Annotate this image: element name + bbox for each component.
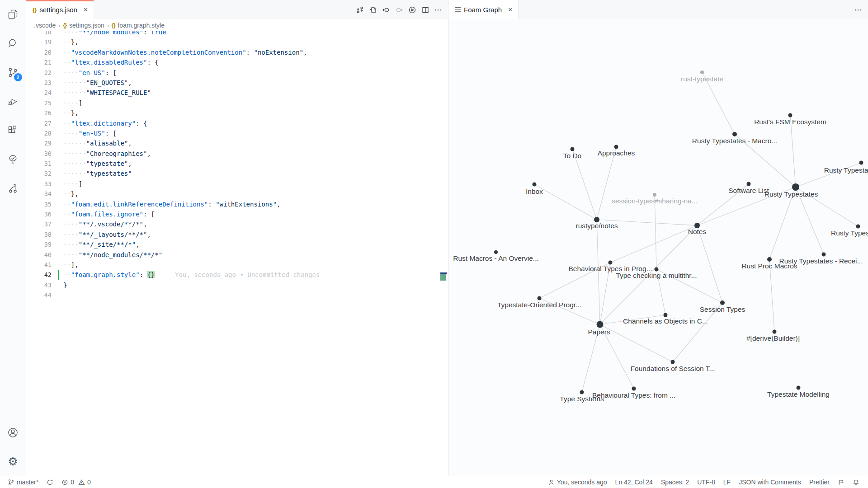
extensions-icon[interactable]	[0, 116, 26, 145]
graph-node-todo[interactable]	[571, 147, 575, 151]
code-line-36[interactable]: 36··"foam.files.ignore": [	[26, 209, 448, 219]
code-line-35[interactable]: 35··"foam.edit.linkReferenceDefinitions"…	[26, 199, 448, 209]
code-line-32[interactable]: 32······"typestates"	[26, 169, 448, 178]
bell-icon	[853, 479, 859, 486]
sync-status[interactable]	[42, 476, 57, 488]
code-line-34[interactable]: 34··},	[26, 189, 448, 199]
code-text: ··"vscodeMarkdownNotes.noteCompletionCon…	[63, 47, 307, 57]
graph-node-rt-macro[interactable]	[732, 132, 737, 136]
code-line-25[interactable]: 25····]	[26, 98, 448, 108]
indentation-status[interactable]: Spaces: 2	[657, 476, 693, 488]
tab-bar: {} settings.json ✕	[26, 0, 448, 19]
code-editor[interactable]: 18····"**/node_modules": true19··},20··"…	[26, 31, 448, 476]
feedback-status[interactable]	[834, 476, 849, 488]
todo-tree-icon[interactable]	[0, 145, 26, 174]
line-number: 35	[26, 199, 58, 209]
account-icon[interactable]	[0, 418, 26, 447]
code-line-29[interactable]: 29······"aliasable",	[26, 138, 448, 148]
problems-status[interactable]: 0 0	[57, 476, 95, 488]
graph-node-rusts-fsm[interactable]	[788, 113, 793, 117]
line-number: 26	[26, 108, 58, 118]
compare-changes-icon[interactable]	[355, 5, 364, 14]
explorer-icon[interactable]	[0, 0, 26, 29]
more-actions-icon[interactable]: ⋯	[434, 5, 443, 15]
code-line-31[interactable]: 31······"typestate",	[26, 159, 448, 169]
code-line-42[interactable]: 42··"foam.graph.style": {}You, seconds a…	[26, 270, 448, 280]
graph-node-rt-recei[interactable]	[822, 253, 826, 257]
breadcrumb-folder[interactable]: .vscode	[34, 22, 56, 29]
code-line-30[interactable]: 30······"Choreographies",	[26, 149, 448, 159]
graph-node-foundations[interactable]	[671, 360, 675, 364]
code-line-39[interactable]: 39····"**/_site/**/*",	[26, 239, 448, 249]
settings-gear-icon[interactable]: ⚙	[0, 447, 26, 476]
eol-status[interactable]: LF	[719, 476, 735, 488]
graph-node-rt-mid-right[interactable]	[856, 225, 860, 229]
code-line-21[interactable]: 21··"ltex.disabledRules": {	[26, 57, 448, 67]
graph-node-session-types-node[interactable]	[720, 300, 725, 305]
language-mode-status[interactable]: JSON with Comments	[735, 476, 805, 488]
code-line-37[interactable]: 37····"**/.vscode/**/*",	[26, 219, 448, 229]
open-preview-icon[interactable]	[368, 5, 377, 14]
graph-node-channels[interactable]	[664, 313, 668, 317]
graph-node-label: Rusty Typestates -	[831, 229, 868, 237]
graph-node-rt-right[interactable]	[859, 161, 863, 165]
code-line-28[interactable]: 28····"en-US": [	[26, 128, 448, 138]
graph-node-software-list[interactable]	[747, 182, 751, 186]
more-actions-icon[interactable]: ⋯	[854, 5, 863, 15]
graph-node-typestate-oriented[interactable]	[538, 296, 542, 300]
run-debug-icon[interactable]	[0, 87, 26, 116]
split-editor-icon[interactable]	[421, 5, 429, 14]
git-branch-status[interactable]: master*	[4, 476, 42, 488]
graph-node-papers[interactable]	[597, 321, 604, 328]
graph-node-behavioral-types[interactable]	[609, 261, 613, 265]
graph-node-typestate-modelling[interactable]	[797, 386, 801, 390]
code-line-41[interactable]: 41··],	[26, 260, 448, 270]
code-line-44[interactable]: 44	[26, 290, 448, 300]
code-line-33[interactable]: 33····]	[26, 179, 448, 189]
graph-node-behavioural-from[interactable]	[632, 387, 636, 391]
foam-graph-canvas[interactable]: rust-typestateRust's FSM EcosystemRusty …	[448, 19, 868, 476]
tab-close-icon[interactable]: ✕	[508, 6, 513, 13]
tab-close-icon[interactable]: ✕	[83, 6, 88, 13]
tab-settings-json[interactable]: {} settings.json ✕	[26, 0, 94, 19]
breadcrumb-file[interactable]: settings.json	[69, 22, 104, 29]
navigate-forward-icon[interactable]	[395, 5, 403, 14]
code-line-43[interactable]: 43}	[26, 280, 448, 290]
code-line-19[interactable]: 19··},	[26, 37, 448, 47]
code-line-38[interactable]: 38····"**/_layouts/**/*",	[26, 230, 448, 239]
code-line-40[interactable]: 40····"**/node_modules/**/*"	[26, 250, 448, 260]
search-icon[interactable]	[0, 29, 26, 58]
graph-node-session-types[interactable]	[653, 193, 656, 197]
source-control-icon[interactable]: 2	[0, 58, 26, 87]
breadcrumb-symbol[interactable]: foam.graph.style	[118, 22, 165, 29]
graph-node-inbox[interactable]	[533, 183, 537, 187]
graph-node-approaches[interactable]	[614, 145, 618, 149]
graph-node-rust-macros[interactable]	[494, 250, 498, 254]
encoding-status[interactable]: UTF-8	[693, 476, 719, 488]
graph-node-rt-hub[interactable]	[792, 183, 799, 191]
graph-node-type-systems[interactable]	[580, 390, 584, 394]
run-icon[interactable]	[408, 5, 416, 14]
code-line-27[interactable]: 27··"ltex.dictionary": {	[26, 118, 448, 128]
graph-node-rust-typestate[interactable]	[700, 70, 704, 74]
graph-node-derive-builder[interactable]	[773, 330, 777, 334]
graph-node-type-checking[interactable]	[655, 267, 659, 272]
notifications-status[interactable]	[849, 476, 863, 488]
navigate-back-icon[interactable]	[382, 5, 390, 14]
code-line-23[interactable]: 23······"EN_QUOTES",	[26, 78, 448, 88]
formatter-status[interactable]: Prettier	[805, 476, 834, 488]
gitlens-icon[interactable]	[0, 174, 26, 202]
cursor-position-status[interactable]: Ln 42, Col 24	[611, 476, 657, 488]
tab-foam-graph[interactable]: Foam Graph ✕	[448, 0, 519, 19]
graph-edge	[790, 115, 796, 187]
blame-status[interactable]: You, seconds ago	[544, 476, 611, 488]
code-line-26[interactable]: 26··},	[26, 108, 448, 118]
code-line-18[interactable]: 18····"**/node_modules": true	[26, 31, 448, 37]
code-line-22[interactable]: 22····"en-US": [	[26, 68, 448, 78]
line-number: 39	[26, 239, 58, 249]
code-line-20[interactable]: 20··"vscodeMarkdownNotes.noteCompletionC…	[26, 47, 448, 57]
code-line-24[interactable]: 24······"WHITESPACE_RULE"	[26, 88, 448, 98]
code-text: ······"typestates"	[63, 169, 132, 178]
graph-node-rust-proc[interactable]	[767, 257, 772, 262]
git-gutter	[58, 138, 63, 148]
